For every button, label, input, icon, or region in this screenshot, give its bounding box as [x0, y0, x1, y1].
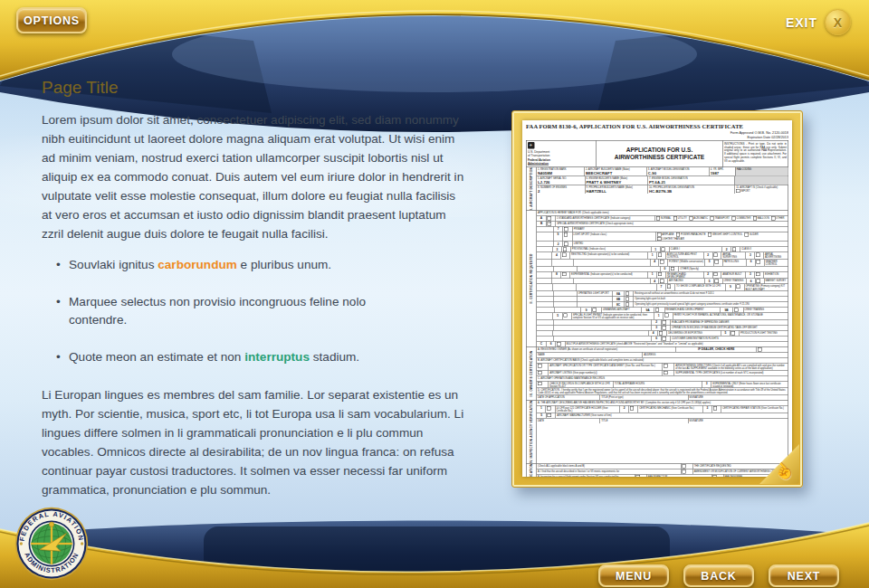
bullet-text: Souvlaki ignitus carborundum e pluribus … [69, 256, 331, 274]
form-cell: APPLICATION IS HEREBY MADE FOR: (Check a… [537, 211, 788, 216]
form-row: DATE OF APPLICATIONTITLE (Print or type)… [537, 395, 788, 401]
form-cell: 1 [647, 252, 656, 259]
menu-button[interactable]: MENU [598, 564, 669, 587]
form-cell: A [537, 216, 546, 222]
exit-x-icon[interactable]: X [825, 9, 851, 35]
form-cell: 2 [652, 320, 661, 326]
form-cell: SIGNATURE [688, 418, 788, 423]
form-cell: B [537, 222, 546, 227]
form-cell: 7 [656, 284, 665, 290]
form-cell [537, 326, 553, 331]
form-cell: AGRICULTURE AND PEST CONTROL [665, 252, 703, 259]
form-cell [552, 331, 648, 337]
checkbox [663, 326, 666, 329]
form-cell: 2. AIRCRAFT BUILDER'S NAME (Make)BEECHCR… [584, 167, 646, 175]
form-cell: 3 [652, 326, 661, 331]
form-cell [537, 242, 553, 247]
form-cell [561, 271, 570, 278]
form-cell [562, 232, 571, 242]
next-button[interactable]: NEXT [769, 564, 839, 587]
checkbox [712, 475, 716, 477]
form-row: 5. AIRCRAFT SERIAL NO.LJ-7266. ENGINE BU… [537, 176, 788, 185]
form-cell [537, 331, 552, 337]
form-cell: PRODUCTION FLIGHT TESTING [739, 331, 788, 337]
form-cell: AIRCRAFT SPECIFICATION OR TYPE CERTIFICA… [549, 364, 663, 370]
form-cell: 7 [553, 227, 563, 232]
checkbox [538, 371, 541, 375]
menu-button-label: MENU [616, 570, 652, 583]
form-cell: A. I find that the aircraft described in… [537, 469, 681, 475]
form-cell [546, 406, 555, 413]
form-cell [660, 247, 669, 252]
checkbox [753, 216, 757, 220]
form-section: V. FAA REPRESENTATIVE CERTIFICATION(Chec… [527, 464, 788, 477]
form-cell: ✓ [546, 222, 556, 227]
form-cell: Operating light-sport kit-built [634, 297, 788, 302]
checkbox [715, 280, 719, 283]
checkbox [548, 216, 551, 220]
form-cell: 3 [552, 247, 561, 252]
form-cell [553, 291, 577, 297]
checkbox [756, 253, 759, 257]
form-cell: 5 [704, 260, 713, 266]
exit-control[interactable]: EXIT X [786, 9, 851, 35]
back-button[interactable]: BACK [683, 564, 754, 587]
form-cell: AERIAL SURVEYING [721, 252, 746, 259]
form-row: 114 CFR part 121 CERTIFICATE HOLDER (Giv… [537, 406, 788, 413]
checkbox [710, 216, 713, 220]
options-button[interactable]: OPTIONS [16, 7, 87, 33]
form-8130-6: FAA FORM 8130-6, APPLICATION FOR U.S. AI… [522, 120, 792, 477]
checkbox [564, 242, 568, 246]
form-cell: PATROLLING [722, 260, 747, 266]
checkbox [671, 267, 674, 270]
checkbox [676, 232, 680, 236]
form-cell: C. AIRCRAFT OPERATION AND MAINTENANCE RE… [537, 375, 788, 381]
form-cell [551, 260, 573, 266]
form-cell [656, 271, 665, 278]
form-cell: 4 [648, 331, 657, 337]
form-cell [663, 370, 674, 375]
form-cell: 3 [746, 252, 755, 259]
form-cell: 4 [552, 252, 561, 259]
form-cell [755, 279, 764, 284]
page-title: Page Title [42, 78, 465, 98]
form-8130-6-preview[interactable]: FAA FORM 8130-6, APPLICATION FOR U.S. AI… [511, 110, 803, 488]
form-cell [656, 252, 665, 259]
form-cell [537, 370, 549, 375]
exit-button-label[interactable]: EXIT [786, 15, 817, 30]
form-cell [711, 406, 721, 413]
form-row: 1. REGISTRATION MARKN4058M2. AIRCRAFT BU… [537, 167, 788, 176]
form-cell: NAME [537, 353, 643, 358]
form-cell [553, 297, 577, 302]
form-cell [553, 266, 577, 271]
form-cell [537, 308, 555, 313]
form-cell: 10. PROPELLER MODEL DESIGNATIONHC-B27N-3… [647, 185, 734, 194]
form-cell: EXPERIMENTAL ONLY (Enter hours flown sin… [711, 381, 788, 387]
form-cell [555, 308, 581, 313]
form-cell [537, 364, 549, 370]
form-cell: 2 [703, 271, 712, 278]
form-cell [711, 475, 723, 477]
form-cell [681, 464, 692, 469]
form-cell [713, 279, 722, 284]
form-cell [577, 297, 612, 302]
checkbox [689, 216, 692, 220]
form-cell [563, 227, 573, 232]
agency-cell: ✈ U.S. Department of Transportation Fede… [527, 140, 597, 166]
form-cell: 1. REGISTRATION MARKN4058M [537, 167, 584, 175]
form-cell: 1 [651, 247, 660, 252]
form-cell: MARKET SURVEY [764, 279, 788, 284]
checkbox [713, 253, 717, 257]
form-cell [659, 260, 668, 266]
form-cell [537, 284, 552, 290]
dot-logo-icon: ✈ [528, 142, 535, 149]
checkbox [658, 272, 662, 276]
form-cell: 11. AIRCRAFT IS (Check if applicable)IMP… [735, 185, 788, 194]
form-cell [537, 302, 553, 308]
form-cell: 4 [650, 260, 659, 266]
form-cell: B. Inspection for a special flight permi… [537, 475, 635, 477]
bullet-item-3: • Quote meon an estimate et non interrup… [42, 348, 465, 366]
exit-x-glyph: X [834, 15, 842, 30]
form-row: 5SPECIAL FLIGHT PERMIT (Indicate operati… [537, 313, 788, 320]
form-cell: 8B [612, 297, 624, 302]
